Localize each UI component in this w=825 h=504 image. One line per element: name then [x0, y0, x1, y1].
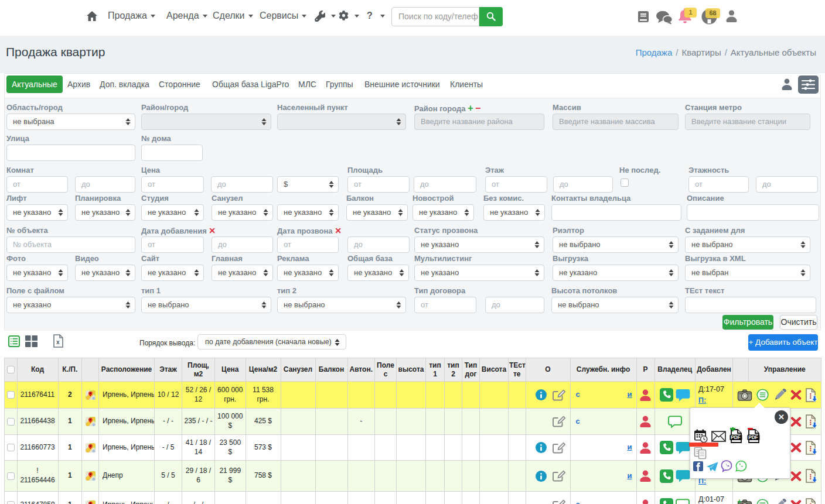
svg-text:x: x [56, 339, 60, 345]
svg-text:+: + [737, 499, 742, 504]
svg-text:PDF: PDF [748, 435, 758, 440]
svg-text:PDF: PDF [731, 435, 740, 440]
